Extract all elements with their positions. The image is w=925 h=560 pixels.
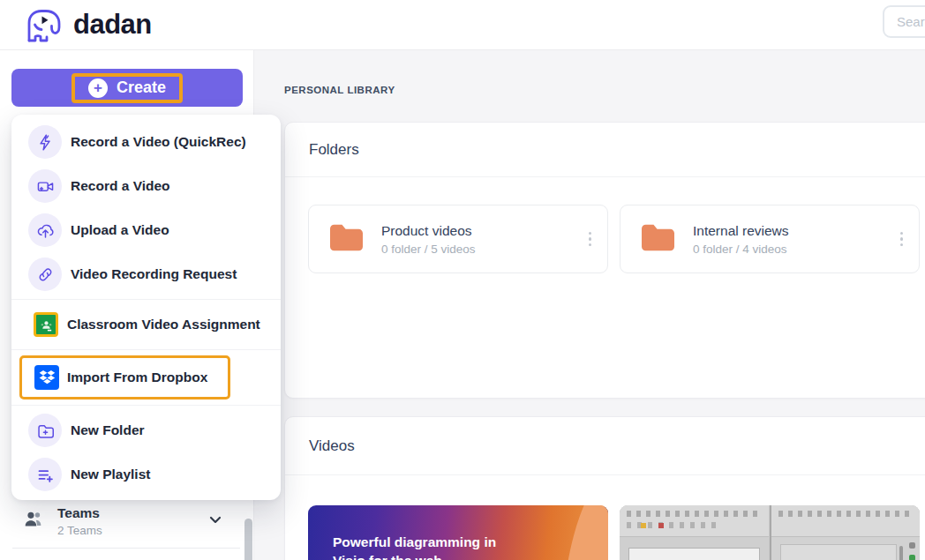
teams-label: Teams [57, 505, 102, 521]
main-content: PERSONAL LIBRARY Folders Product videos … [254, 50, 925, 560]
promo-caption: Powerful diagramming in Visio for the we… [333, 533, 496, 560]
sidebar-scrollbar[interactable] [244, 519, 252, 560]
videos-title: Videos [285, 417, 925, 475]
menu-item-new-folder[interactable]: New Folder [11, 408, 281, 452]
folder-icon [327, 221, 366, 258]
menu-item-label: Upload a Video [71, 222, 169, 238]
create-menu-dropdown: Record a Video (QuickRec) Record a Video… [11, 115, 281, 500]
menu-divider [11, 349, 281, 350]
menu-item-label: Record a Video [71, 178, 170, 194]
videos-list: Powerful diagramming in Visio for the we… [285, 475, 925, 560]
menu-item-upload-video[interactable]: Upload a Video [11, 208, 281, 252]
menu-item-record-video[interactable]: Record a Video [11, 164, 281, 208]
app-screenshot-left-pane [620, 505, 769, 560]
dadan-elephant-logo-icon [23, 5, 65, 44]
video-thumbnail-app-screenshot[interactable] [620, 505, 920, 560]
sidebar-item-teams[interactable]: Teams 2 Teams [12, 494, 240, 549]
import-dropbox-highlight-box: Import From Dropbox [19, 355, 230, 399]
folder-name: Internal reviews [693, 223, 789, 239]
menu-item-label: Record a Video (QuickRec) [71, 134, 246, 150]
menu-item-label: Classroom Video Assignment [67, 317, 260, 332]
side-icon-strip [906, 541, 919, 560]
menu-item-classroom-video-assignment[interactable]: Classroom Video Assignment [11, 302, 281, 347]
new-playlist-icon [28, 458, 62, 491]
header: dadan [0, 0, 925, 50]
create-button[interactable]: + Create [11, 69, 243, 107]
folder-name: Product videos [381, 223, 476, 239]
scrollbar-thumb [899, 546, 903, 560]
app-screenshot-right-pane [770, 505, 920, 560]
document-area [780, 544, 897, 560]
new-folder-icon [28, 414, 62, 447]
teams-count: 2 Teams [57, 524, 102, 537]
teams-texts: Teams 2 Teams [57, 505, 102, 537]
menu-item-label: New Playlist [71, 467, 150, 482]
menu-item-label: Video Recording Request [71, 266, 237, 282]
lightning-icon [28, 125, 62, 159]
menu-item-label: New Folder [71, 422, 145, 438]
video-camera-icon [28, 169, 62, 203]
folder-texts: Internal reviews 0 folder / 4 videos [693, 223, 789, 256]
video-thumbnail-promo[interactable]: Powerful diagramming in Visio for the we… [308, 505, 608, 560]
folder-texts: Product videos 0 folder / 5 videos [381, 223, 476, 256]
promo-caption-line2: Visio for the web [333, 551, 496, 560]
logo-text: dadan [73, 9, 152, 41]
cloud-upload-icon [28, 213, 62, 247]
toolbar-icons [771, 505, 920, 537]
promo-caption-line1: Powerful diagramming in [333, 533, 496, 551]
kebab-menu-icon[interactable] [583, 227, 598, 252]
link-icon [28, 258, 62, 291]
dropbox-icon [34, 365, 59, 390]
people-icon [23, 508, 45, 534]
folders-list: Product videos 0 folder / 5 videos Inter… [285, 177, 925, 301]
toolbar-icons [620, 505, 769, 537]
folder-meta: 0 folder / 5 videos [381, 243, 476, 256]
document-area [628, 548, 760, 560]
folder-icon [638, 221, 678, 258]
chevron-down-icon [207, 511, 224, 532]
promo-crescent-shape [551, 505, 608, 560]
menu-divider [11, 405, 281, 406]
folder-card-internal-reviews[interactable]: Internal reviews 0 folder / 4 videos [620, 205, 920, 273]
search-input[interactable] [883, 5, 925, 38]
folders-title: Folders [285, 123, 925, 177]
menu-item-video-recording-request[interactable]: Video Recording Request [11, 252, 281, 296]
menu-item-new-playlist[interactable]: New Playlist [11, 452, 281, 497]
folder-meta: 0 folder / 4 videos [693, 243, 789, 256]
menu-item-label: Import From Dropbox [67, 370, 207, 385]
app-window: dadan + Create Teams 2 Teams [0, 0, 925, 560]
kebab-menu-icon[interactable] [895, 227, 909, 252]
personal-library-label: PERSONAL LIBRARY [284, 85, 395, 95]
menu-divider [11, 299, 281, 300]
create-button-highlight-box: + Create [71, 73, 183, 103]
folder-card-product-videos[interactable]: Product videos 0 folder / 5 videos [308, 205, 608, 273]
folders-section: Folders Product videos 0 folder / 5 vide… [284, 122, 925, 399]
logo[interactable]: dadan [23, 5, 152, 44]
create-label: Create [117, 78, 166, 97]
plus-icon: + [88, 78, 108, 98]
videos-section: Videos Powerful diagramming in Visio for… [284, 416, 925, 560]
menu-item-import-from-dropbox[interactable]: Import From Dropbox [22, 358, 228, 397]
menu-item-record-video-quickrec[interactable]: Record a Video (QuickRec) [11, 120, 281, 164]
google-classroom-icon [34, 312, 58, 337]
